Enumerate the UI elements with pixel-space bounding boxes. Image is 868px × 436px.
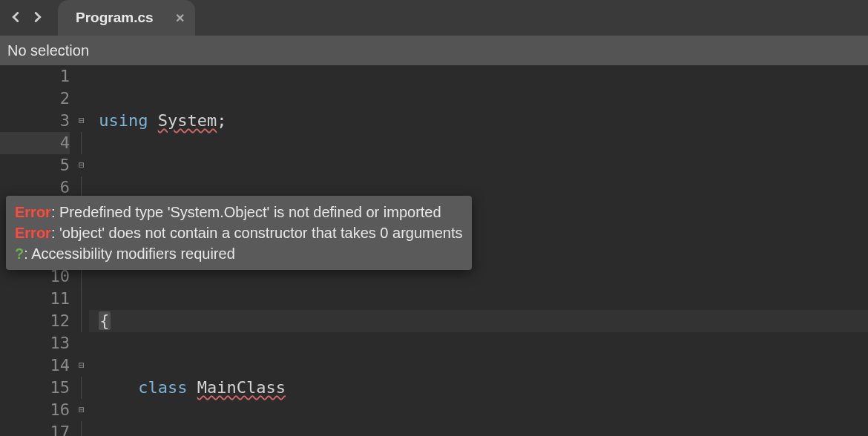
tooltip-line: ?: Accessibility modifiers required [15, 243, 463, 264]
fold-toggle-icon[interactable]: ⊟ [74, 399, 89, 421]
close-icon[interactable]: ✕ [175, 11, 185, 25]
tab-bar: Program.cs ✕ [0, 0, 868, 36]
line-number: 17 [0, 421, 70, 436]
line-number: 14 [0, 354, 70, 377]
fold-toggle-icon[interactable]: ⊟ [74, 354, 89, 377]
line-number: 11 [0, 288, 70, 310]
line-number: 4 [0, 132, 70, 154]
line-number: 15 [0, 377, 70, 399]
nav-arrows [0, 7, 53, 30]
line-number: 3 [0, 110, 70, 132]
fold-toggle-icon[interactable]: ⊟ [74, 154, 89, 176]
nav-back-icon[interactable] [6, 7, 25, 30]
tooltip-line: Error: Predefined type 'System.Object' i… [15, 202, 463, 222]
line-number: 1 [0, 65, 70, 87]
line-number: 2 [0, 87, 70, 110]
line-number: 12 [0, 310, 70, 332]
line-number: 13 [0, 332, 70, 354]
status-bar: No selection [0, 36, 868, 65]
line-number: 5 [0, 154, 70, 176]
fold-toggle-icon[interactable]: ⊟ [74, 110, 89, 132]
line-number: 16 [0, 399, 70, 421]
tab-program-cs[interactable]: Program.cs ✕ [58, 0, 195, 36]
tooltip-line: Error: 'object' does not contain a const… [15, 222, 463, 243]
error-tooltip: Error: Predefined type 'System.Object' i… [6, 196, 472, 270]
nav-forward-icon[interactable] [28, 7, 47, 30]
tab-title: Program.cs [76, 10, 154, 26]
status-text: No selection [7, 42, 89, 59]
